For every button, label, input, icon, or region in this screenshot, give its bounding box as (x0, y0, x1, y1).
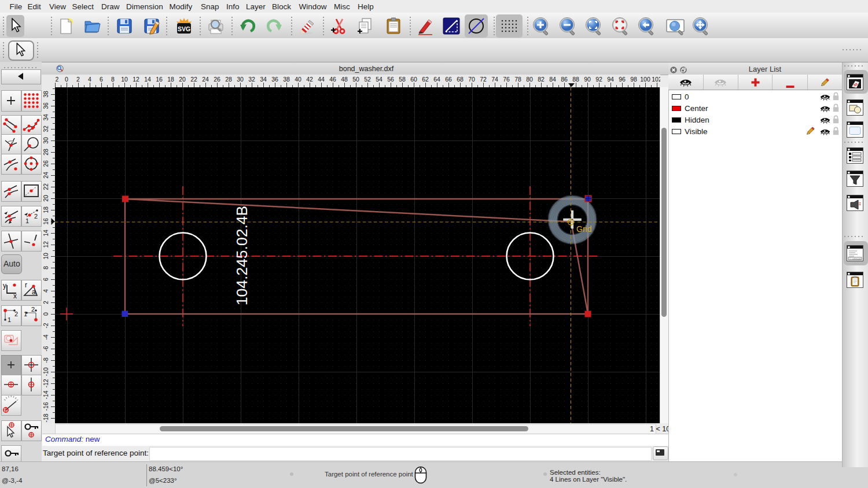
svg-text:24: 24 (202, 76, 209, 83)
svg-text:4: 4 (42, 289, 49, 293)
svg-text:2: 2 (34, 213, 38, 220)
svg-text:12: 12 (133, 76, 139, 83)
svg-text:x: x (13, 292, 17, 299)
svg-text:-12: -12 (42, 379, 49, 387)
svg-text:10: 10 (42, 253, 49, 260)
svg-text:24: 24 (42, 172, 49, 179)
svg-text:C command: C command (849, 258, 860, 260)
svg-text:y: y (3, 282, 6, 290)
svg-text:38: 38 (283, 76, 290, 83)
svg-text:26: 26 (214, 76, 220, 83)
svg-text:20: 20 (179, 76, 186, 83)
svg-text:0: 0 (42, 312, 49, 316)
svg-text:18: 18 (42, 206, 49, 213)
svg-text:88: 88 (572, 76, 579, 83)
svg-text:16: 16 (156, 76, 163, 83)
svg-text:36: 36 (271, 76, 278, 83)
svg-text:8: 8 (111, 76, 115, 83)
svg-text:52: 52 (364, 76, 371, 83)
svg-text:36: 36 (42, 102, 49, 109)
svg-text:38: 38 (42, 91, 49, 98)
svg-text:10: 10 (121, 76, 128, 83)
svg-text:70: 70 (468, 76, 475, 83)
svg-text:20: 20 (42, 195, 49, 202)
svg-text:72: 72 (480, 76, 487, 83)
svg-text:74: 74 (491, 76, 498, 83)
svg-text:62: 62 (422, 76, 429, 83)
svg-text:86: 86 (561, 76, 568, 83)
svg-text:66: 66 (445, 76, 452, 83)
svg-text:-18: -18 (42, 413, 49, 422)
svg-text:104.245.02.4B: 104.245.02.4B (233, 206, 251, 305)
svg-text:22: 22 (190, 76, 197, 83)
svg-text:a: a (32, 288, 36, 296)
svg-text:48: 48 (341, 76, 348, 83)
svg-text:34: 34 (260, 76, 267, 83)
svg-text:78: 78 (514, 76, 521, 83)
svg-text:34: 34 (42, 114, 49, 121)
svg-text:46: 46 (329, 76, 336, 83)
svg-text:14: 14 (144, 76, 151, 83)
svg-text:r: r (25, 281, 27, 289)
svg-text:44: 44 (318, 76, 325, 83)
svg-text:Grid: Grid (576, 224, 591, 234)
svg-text:2: 2 (31, 306, 35, 313)
svg-text:-8: -8 (42, 357, 49, 363)
svg-text:0: 0 (65, 76, 68, 83)
svg-text:56: 56 (387, 76, 394, 83)
svg-text:12: 12 (42, 241, 49, 248)
svg-text:8: 8 (42, 266, 49, 269)
svg-text:28: 28 (42, 149, 49, 156)
svg-text:1: 1 (24, 310, 27, 317)
svg-text:22: 22 (42, 183, 49, 190)
svg-text:100: 100 (640, 76, 650, 83)
svg-text:2: 2 (56, 76, 59, 83)
svg-text:32: 32 (42, 125, 49, 132)
svg-text:42: 42 (306, 76, 313, 83)
svg-text:60: 60 (410, 76, 417, 83)
svg-text:2: 2 (76, 76, 80, 83)
svg-text:84: 84 (549, 76, 556, 83)
svg-text:-2: -2 (42, 323, 49, 328)
svg-text:18: 18 (167, 76, 174, 83)
svg-text:50: 50 (352, 76, 359, 83)
svg-text:98: 98 (630, 76, 637, 83)
svg-text:102: 102 (652, 76, 660, 83)
svg-text:80: 80 (526, 76, 533, 83)
svg-text:54: 54 (376, 76, 382, 83)
svg-text:4: 4 (88, 76, 91, 83)
svg-text:94: 94 (607, 76, 614, 83)
svg-text:2: 2 (42, 301, 49, 304)
svg-text:2: 2 (14, 310, 18, 317)
svg-text:SVG: SVG (178, 25, 190, 32)
svg-text:58: 58 (399, 76, 406, 83)
svg-text:82: 82 (538, 76, 545, 83)
svg-text:40: 40 (295, 76, 301, 83)
svg-text:1: 1 (8, 316, 11, 323)
svg-text:90: 90 (584, 76, 591, 83)
svg-text:-4: -4 (42, 334, 49, 339)
svg-text:68: 68 (457, 76, 464, 83)
svg-text:6: 6 (100, 76, 103, 83)
svg-text:1: 1 (25, 217, 29, 224)
svg-text:76: 76 (503, 76, 510, 83)
svg-text:16: 16 (42, 218, 49, 225)
svg-text:92: 92 (595, 76, 602, 83)
svg-text:96: 96 (619, 76, 626, 83)
svg-text:30: 30 (237, 76, 244, 83)
svg-text:-10: -10 (42, 367, 49, 376)
svg-text:-6: -6 (42, 346, 49, 351)
svg-text:32: 32 (248, 76, 255, 83)
svg-text:6: 6 (42, 278, 49, 281)
svg-text:28: 28 (225, 76, 232, 83)
svg-text:-16: -16 (42, 402, 49, 411)
svg-text:64: 64 (433, 76, 440, 83)
svg-text:14: 14 (42, 230, 49, 236)
svg-text:30: 30 (42, 137, 49, 144)
svg-text:26: 26 (42, 160, 49, 167)
svg-text:-14: -14 (42, 390, 49, 399)
